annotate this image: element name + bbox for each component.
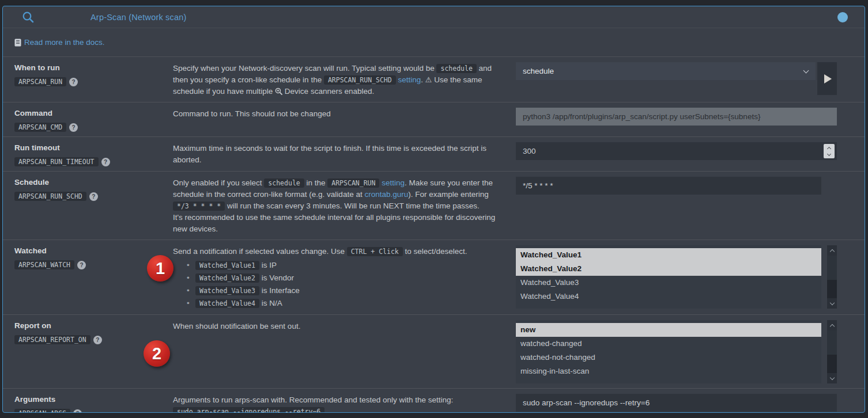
schedule-input[interactable] — [516, 177, 821, 195]
help-icon[interactable]: ? — [93, 336, 102, 344]
docs-link[interactable]: Read more in the docs. — [14, 38, 105, 47]
desc-text: is N/A — [259, 299, 282, 307]
inline-code-chip: ARPSCAN_RUN — [327, 178, 379, 188]
annotation-badge-2: 2 — [144, 340, 170, 367]
search-icon[interactable] — [22, 11, 35, 24]
option-Watched_Value4[interactable]: Watched_Value4 — [516, 290, 821, 303]
annotation-badge-1: 1 — [147, 255, 173, 282]
setting-control — [516, 108, 837, 132]
setting-key-chip: ARPSCAN_RUN_TIMEOUT — [14, 157, 99, 166]
desc-text: Specify when your Network-discovery scan… — [173, 64, 436, 73]
command-input[interactable] — [516, 108, 837, 126]
setting-key-chip: ARPSCAN_RUN — [14, 77, 66, 86]
desc-text: Device scanners enabled. — [282, 87, 374, 96]
watched-multiselect[interactable]: Watched_Value1Watched_Value2Watched_Valu… — [516, 245, 821, 309]
setting-description: Only enabled if you select schedule in t… — [173, 177, 516, 235]
scroll-down-button[interactable] — [827, 298, 837, 309]
inline-link[interactable]: setting — [382, 178, 405, 187]
setting-row-schedule: ScheduleARPSCAN_RUN_SCHD?Only enabled if… — [3, 172, 865, 240]
setting-row-when-to-run: When to runARPSCAN_RUN?Specify when your… — [3, 57, 865, 102]
setting-row-watched: WatchedARPSCAN_WATCH?Send a notification… — [3, 240, 865, 315]
option-Watched_Value1[interactable]: Watched_Value1 — [516, 248, 821, 262]
desc-text: in the — [304, 178, 328, 187]
book-icon — [14, 39, 21, 47]
inline-code-chip: */3 * * * * — [173, 202, 225, 211]
desc-text: will run the scan every 3 minutes. Will … — [225, 202, 480, 210]
inline-link[interactable]: crontab.guru — [364, 190, 408, 199]
inline-code-chip: Watched_Value2 — [195, 273, 259, 283]
setting-key-chip: ARPSCAN_WATCH — [14, 260, 74, 269]
setting-label: Report on — [14, 321, 173, 330]
bullet-item: Watched_Value4 is N/A — [173, 297, 504, 310]
scroll-up-icon — [829, 324, 834, 328]
setting-key-chip: ARPSCAN_REPORT_ON — [14, 335, 90, 344]
setting-row-arguments: ArgumentsARPSCAN_ARGS?Arguments to run a… — [3, 389, 865, 413]
help-icon[interactable]: ? — [73, 409, 82, 413]
multiselect-scrollbar[interactable] — [827, 245, 837, 309]
run-timeout-number-input[interactable] — [516, 142, 837, 160]
desc-text: Only enabled if you select — [173, 178, 264, 187]
desc-text: is Interface — [259, 286, 300, 295]
inline-code-chip: Watched_Value4 — [195, 299, 259, 308]
setting-control: schedule — [516, 62, 837, 97]
inline-code-chip: ARPSCAN_RUN_SCHD — [324, 75, 396, 85]
setting-label-column: WatchedARPSCAN_WATCH? — [14, 245, 173, 310]
select-value: schedule — [523, 67, 554, 75]
setting-row-run-timeout: Run timeoutARPSCAN_RUN_TIMEOUT?Maximum t… — [3, 137, 865, 172]
spinner-down-icon — [827, 151, 831, 155]
option-watched-changed[interactable]: watched-changed — [516, 337, 821, 351]
run-now-button[interactable] — [817, 62, 837, 95]
help-icon[interactable]: ? — [89, 192, 98, 201]
play-icon — [824, 74, 832, 83]
option-Watched_Value2[interactable]: Watched_Value2 — [516, 262, 821, 276]
panel-header: Arp-Scan (Network scan) — [3, 6, 865, 28]
desc-text: to select/deselect. — [403, 247, 467, 256]
inline-code-chip: Watched_Value3 — [195, 286, 259, 295]
desc-text: Command to run. This should not be chang… — [173, 109, 331, 118]
inline-link[interactable]: setting — [398, 75, 421, 84]
setting-control — [516, 142, 837, 166]
setting-control: Watched_Value1Watched_Value2Watched_Valu… — [516, 245, 837, 310]
inline-code-chip: schedule — [264, 178, 304, 188]
when-to-run-select[interactable]: schedule — [516, 62, 816, 80]
arguments-input[interactable] — [516, 394, 837, 412]
scroll-up-button[interactable] — [827, 245, 837, 256]
warning-icon: ⚠ — [425, 75, 432, 84]
setting-control — [516, 394, 837, 413]
setting-row-report-on: Report onARPSCAN_REPORT_ON?When should n… — [3, 315, 865, 389]
docs-link-label: Read more in the docs. — [24, 38, 105, 47]
option-missing-in-last-scan[interactable]: missing-in-last-scan — [516, 364, 821, 378]
help-icon[interactable]: ? — [69, 78, 78, 86]
setting-label-column: ArgumentsARPSCAN_ARGS? — [14, 394, 173, 413]
setting-control — [516, 177, 837, 235]
inline-code-chip: Watched_Value1 — [195, 261, 259, 270]
search-plus-icon — [275, 87, 282, 96]
setting-label-column: ScheduleARPSCAN_RUN_SCHD? — [14, 177, 173, 235]
number-spinner[interactable] — [824, 144, 835, 158]
option-Watched_Value3[interactable]: Watched_Value3 — [516, 276, 821, 290]
report-on-multiselect[interactable]: newwatched-changedwatched-not-changedmis… — [516, 320, 821, 383]
setting-description: Maximum time in seconds to wait for the … — [173, 142, 516, 166]
scrollbar-thumb[interactable] — [827, 330, 837, 355]
bullet-item: Watched_Value1 is IP — [173, 259, 504, 272]
option-watched-not-changed[interactable]: watched-not-changed — [516, 351, 821, 364]
inline-code-chip: sudo arp-scan --ignoredups --retry=6 — [173, 407, 324, 413]
bullet-item: Watched_Value2 is Vendor — [173, 272, 504, 284]
option-new[interactable]: new — [516, 323, 821, 337]
help-icon[interactable]: ? — [77, 261, 86, 269]
desc-text: . — [324, 407, 329, 413]
settings-rows: When to runARPSCAN_RUN?Specify when your… — [3, 57, 865, 413]
scroll-down-button[interactable] — [827, 373, 837, 383]
scroll-down-icon — [829, 375, 834, 379]
setting-label: Schedule — [14, 178, 173, 187]
scrollbar-thumb[interactable] — [827, 256, 837, 280]
plugin-settings-panel: Arp-Scan (Network scan) Read more in the… — [2, 6, 865, 413]
multiselect-scrollbar[interactable] — [827, 320, 837, 383]
help-icon[interactable]: ? — [69, 123, 78, 132]
help-icon[interactable]: ? — [101, 158, 110, 166]
setting-key-chip: ARPSCAN_ARGS — [14, 409, 70, 413]
setting-label-column: Run timeoutARPSCAN_RUN_TIMEOUT? — [14, 142, 173, 166]
scroll-up-button[interactable] — [827, 320, 837, 330]
status-indicator-dot — [837, 12, 848, 22]
setting-label: Arguments — [14, 395, 173, 404]
